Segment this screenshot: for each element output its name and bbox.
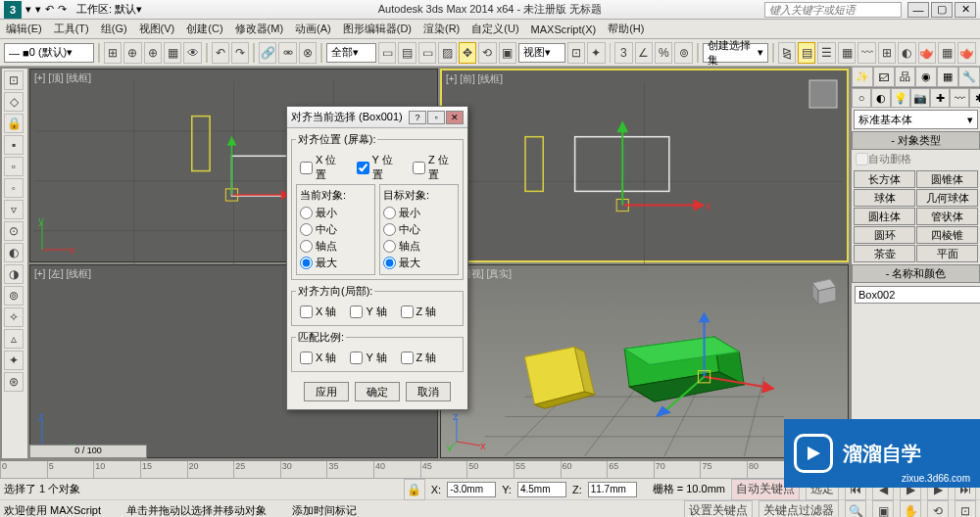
btn-teapot[interactable]: 茶壶 (854, 245, 915, 262)
menu-grapheditor[interactable]: 图形编辑器(D) (343, 22, 412, 36)
workspace-label[interactable]: 工作区: 默认 (76, 2, 136, 17)
select-rotate-icon[interactable]: ⟲ (478, 42, 496, 64)
named-sel-set-dropdown[interactable]: 创建选择集 ▾ (703, 43, 768, 63)
lt-7-icon[interactable]: ◑ (4, 264, 24, 284)
select-move-icon[interactable]: ✥ (459, 42, 476, 64)
radio-cur-max[interactable]: 最大 (300, 255, 371, 271)
nav-zoom-icon[interactable]: 🔍 (845, 500, 866, 518)
graphite-icon[interactable]: ▦ (838, 42, 856, 64)
menu-maxscript[interactable]: MAXScript(X) (531, 24, 597, 35)
category-dropdown[interactable]: 标准基本体 ▾ (854, 110, 978, 129)
chk-y-pos[interactable]: Y 位置 (357, 153, 399, 182)
snap-toggle-icon[interactable]: 3 (614, 42, 632, 64)
autogrid-checkbox[interactable]: 自动删格 (852, 150, 980, 168)
chk-scale-z[interactable]: Z 轴 (401, 351, 437, 365)
lt-8-icon[interactable]: ⊚ (4, 286, 24, 306)
lt-2-icon[interactable]: ▫ (4, 157, 24, 176)
help-search-input[interactable] (764, 2, 902, 18)
keyfilter-button[interactable]: 关键点过滤器 (759, 500, 839, 518)
radio-cur-pivot[interactable]: 轴点 (300, 238, 371, 255)
manip-icon[interactable]: ✦ (587, 42, 605, 64)
link-icon[interactable]: 🔗 (259, 42, 276, 64)
menu-tools[interactable]: 工具(T) (54, 22, 89, 36)
btn-box[interactable]: 长方体 (854, 170, 915, 188)
redo-icon[interactable]: ↷ (231, 42, 249, 64)
radio-cur-min[interactable]: 最小 (300, 205, 371, 221)
rollout-object-type[interactable]: - 对象类型 (852, 131, 980, 150)
chk-orient-z[interactable]: Z 轴 (401, 305, 437, 319)
layer-dropdown[interactable]: — ■ 0 (默认) ▾ (4, 43, 94, 63)
setkey-button[interactable]: 设置关键点 (684, 500, 753, 518)
nav-pan-icon[interactable]: ✋ (900, 500, 921, 518)
radio-cur-center[interactable]: 中心 (300, 221, 371, 238)
status-timemarker[interactable]: 添加时间标记 (292, 503, 357, 517)
chk-x-pos[interactable]: X 位置 (300, 153, 343, 182)
viewcube-icon[interactable] (803, 271, 842, 310)
workspace-chevron[interactable]: ▾ (136, 3, 142, 16)
app-menu-chevron[interactable]: ▾ (25, 3, 31, 16)
tab-display[interactable]: ▦ (937, 67, 958, 87)
render-frame-icon[interactable]: ▦ (938, 42, 956, 64)
nav-max-icon[interactable]: ⊡ (955, 500, 976, 518)
layer-add-icon[interactable]: ⊕ (144, 42, 162, 64)
ref-coord-dropdown[interactable]: 视图 ▾ (518, 43, 565, 63)
lt-12-icon[interactable]: ⊛ (4, 372, 24, 392)
tab-modify[interactable]: 🗠 (873, 67, 895, 87)
maximize-button[interactable]: ▢ (931, 2, 953, 18)
window-cross-icon[interactable]: ▨ (438, 42, 456, 64)
btn-cylinder[interactable]: 圆柱体 (854, 208, 915, 225)
radio-tgt-pivot[interactable]: 轴点 (383, 238, 455, 255)
undo-dropdown[interactable]: ↶ (45, 3, 54, 16)
btn-torus[interactable]: 圆环 (854, 226, 915, 244)
radio-tgt-center[interactable]: 中心 (383, 221, 455, 238)
chk-z-pos[interactable]: Z 位置 (413, 153, 455, 182)
radio-tgt-min[interactable]: 最小 (383, 205, 455, 221)
dialog-help-icon[interactable]: ? (409, 111, 426, 124)
redo-dropdown[interactable]: ↷ (58, 3, 67, 16)
btn-cone[interactable]: 圆锥体 (916, 170, 978, 188)
subtab-helpers-icon[interactable]: ✚ (930, 88, 950, 108)
close-button[interactable]: ✕ (955, 2, 976, 18)
dialog-min-icon[interactable]: ▫ (427, 111, 445, 124)
chk-scale-y[interactable]: Y 轴 (350, 351, 386, 365)
mirror-icon[interactable]: ⧎ (778, 42, 796, 64)
lt-maximize-icon[interactable]: ⊡ (4, 70, 24, 90)
layer-hide-icon[interactable]: 👁 (183, 42, 201, 64)
ok-button[interactable]: 确定 (355, 382, 400, 401)
spinner-snap-icon[interactable]: ⊚ (674, 42, 692, 64)
unlink-icon[interactable]: ⚮ (278, 42, 296, 64)
layer-select-icon[interactable]: ▦ (164, 42, 181, 64)
menu-render[interactable]: 渲染(R) (423, 22, 460, 36)
btn-sphere[interactable]: 球体 (854, 189, 915, 207)
dialog-close-icon[interactable]: ✕ (446, 111, 464, 124)
percent-snap-icon[interactable]: % (655, 42, 672, 64)
menu-edit[interactable]: 编辑(E) (6, 22, 42, 36)
tab-utilities[interactable]: 🔧 (958, 67, 980, 87)
menu-group[interactable]: 组(G) (101, 22, 127, 36)
radio-tgt-max[interactable]: 最大 (383, 255, 455, 271)
subtab-shapes-icon[interactable]: ◐ (871, 88, 891, 108)
viewcube-icon[interactable] (806, 76, 841, 112)
layer-new-icon[interactable]: ⊕ (123, 42, 141, 64)
coord-z-input[interactable] (588, 482, 637, 497)
selection-filter-dropdown[interactable]: 全部 ▾ (326, 43, 376, 63)
select-region-icon[interactable]: ▭ (418, 42, 436, 64)
minimize-button[interactable]: — (907, 2, 929, 18)
subtab-systems-icon[interactable]: ✱ (969, 88, 980, 108)
lt-sel-lock-icon[interactable]: 🔒 (4, 114, 24, 133)
lt-11-icon[interactable]: ✦ (4, 351, 24, 370)
nav-zoomall-icon[interactable]: ▣ (872, 500, 894, 518)
btn-plane[interactable]: 平面 (916, 245, 978, 262)
lt-9-icon[interactable]: ✧ (4, 307, 24, 327)
btn-pyramid[interactable]: 四棱锥 (916, 226, 978, 244)
angle-snap-icon[interactable]: ∠ (635, 42, 653, 64)
align-icon[interactable]: ▤ (798, 42, 815, 64)
lt-5-icon[interactable]: ⊙ (4, 221, 24, 241)
chk-orient-y[interactable]: Y 轴 (350, 305, 386, 319)
coord-x-input[interactable] (447, 482, 496, 497)
subtab-spacewarps-icon[interactable]: 〰 (950, 88, 969, 108)
btn-geosphere[interactable]: 几何球体 (916, 189, 978, 207)
subtab-geometry-icon[interactable]: ○ (852, 88, 871, 108)
menu-create[interactable]: 创建(C) (186, 22, 222, 36)
select-icon[interactable]: ▭ (378, 42, 396, 64)
